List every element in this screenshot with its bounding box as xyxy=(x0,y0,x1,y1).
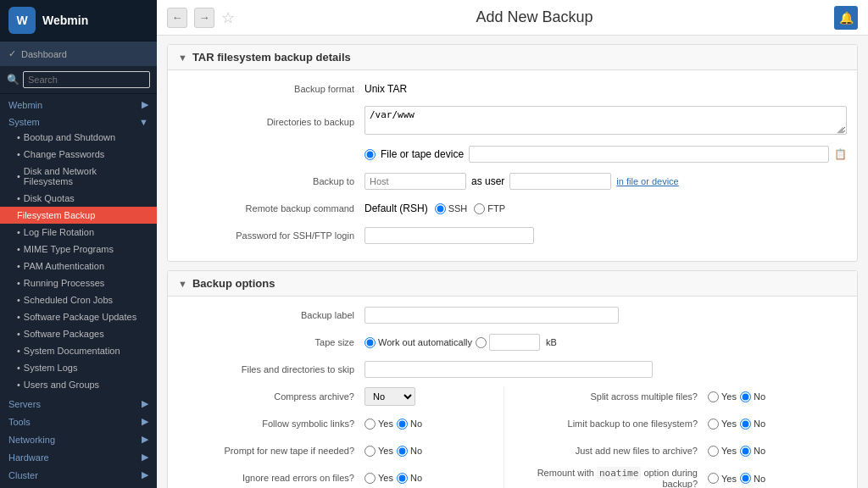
remount-yes-radio[interactable] xyxy=(708,473,719,484)
add-no-radio[interactable] xyxy=(740,446,751,457)
sidebar-item-mime-type[interactable]: •MIME Type Programs xyxy=(0,241,157,258)
sidebar-item-pam-auth[interactable]: •PAM Authentication xyxy=(0,258,157,274)
split-no-text: No xyxy=(754,391,765,402)
tape-size-input[interactable] xyxy=(489,334,540,351)
ignore-yes-label: Yes xyxy=(364,473,393,484)
sidebar-item-change-passwords[interactable]: •Change Passwords xyxy=(0,146,157,163)
sidebar-item-system-docs[interactable]: •System Documentation xyxy=(0,342,157,359)
sidebar-item-log-file-rotation[interactable]: •Log File Rotation xyxy=(0,224,157,241)
split-yes-label: Yes xyxy=(708,391,737,402)
in-file-device-link[interactable]: in file or device xyxy=(616,176,678,186)
backup-label-row: Backup label xyxy=(178,305,847,325)
follow-yes-radio[interactable] xyxy=(364,419,376,430)
split-yes-radio[interactable] xyxy=(708,391,719,402)
backup-to-host-input[interactable] xyxy=(364,173,466,190)
directories-backup-label: Directories to backup xyxy=(178,117,364,127)
back-button[interactable]: ← xyxy=(167,8,187,28)
follow-no-label: No xyxy=(397,419,422,430)
chevron-down-icon: ▼ xyxy=(139,117,148,127)
remount-noatime-lbl: Remount with noatime option during backu… xyxy=(521,468,708,488)
split-files-row: Split across multiple files? Yes No xyxy=(521,386,847,407)
files-skip-input[interactable] xyxy=(364,361,653,378)
follow-no-radio[interactable] xyxy=(397,419,408,430)
add-new-files-lbl: Just add new files to archive? xyxy=(521,446,708,456)
backup-label-input[interactable] xyxy=(364,307,619,324)
bullet-icon: • xyxy=(17,312,20,322)
sidebar-item-system-logs[interactable]: •System Logs xyxy=(0,359,157,376)
sidebar-item-software-packages[interactable]: •Software Packages xyxy=(0,325,157,342)
sidebar-item-cron-jobs-label: Scheduled Cron Jobs xyxy=(24,295,113,305)
sidebar-item-disk-network[interactable]: •Disk and Network Filesystems xyxy=(0,163,157,190)
bullet-icon: • xyxy=(17,132,20,142)
tar-section-body: Backup format Unix TAR Directories to ba… xyxy=(168,70,857,261)
tar-section-header[interactable]: ▼ TAR filesystem backup details xyxy=(168,45,857,70)
forward-button[interactable]: → xyxy=(194,8,214,28)
directories-textarea[interactable]: /var/www xyxy=(364,106,847,135)
ignore-yes-radio[interactable] xyxy=(364,473,376,484)
ignore-no-radio[interactable] xyxy=(397,473,408,484)
limit-no-label: No xyxy=(740,419,765,430)
password-input[interactable] xyxy=(364,227,534,244)
notification-bell-button[interactable]: 🔔 xyxy=(834,6,858,30)
sidebar-section-hardware[interactable]: Hardware ▶ xyxy=(0,446,157,464)
ignore-no-label: No xyxy=(397,473,422,484)
sidebar-item-software-packages-label: Software Packages xyxy=(24,329,104,339)
remote-cmd-row: Default (RSH) SSH FTP xyxy=(364,202,505,214)
sidebar-item-running-processes[interactable]: •Running Processes xyxy=(0,274,157,291)
tape-size-auto-radio[interactable] xyxy=(364,337,376,348)
backup-label-lbl: Backup label xyxy=(178,310,364,320)
sidebar-item-cron-jobs[interactable]: •Scheduled Cron Jobs xyxy=(0,291,157,308)
sidebar-section-webmin[interactable]: Webmin ▶ xyxy=(0,94,157,112)
sidebar-item-change-passwords-label: Change Passwords xyxy=(24,149,104,159)
sidebar-header: W Webmin xyxy=(0,0,157,42)
prompt-tape-control: Yes No xyxy=(364,446,504,457)
ftp-radio[interactable] xyxy=(474,203,485,214)
password-row: Password for SSH/FTP login xyxy=(178,225,847,246)
prompt-yes-radio[interactable] xyxy=(364,446,376,457)
search-input[interactable] xyxy=(23,71,150,88)
sidebar-item-bootup[interactable]: •Bootup and Shutdown xyxy=(0,129,157,146)
bullet-icon: • xyxy=(17,227,20,237)
file-tape-input[interactable] xyxy=(469,146,829,163)
kb-label: kB xyxy=(546,337,557,347)
ssh-radio-label: SSH xyxy=(435,203,468,214)
sidebar-section-servers-label: Servers xyxy=(8,399,41,409)
backup-to-user-input[interactable] xyxy=(509,173,611,190)
follow-symlinks-control: Yes No xyxy=(364,419,504,430)
limit-yes-radio[interactable] xyxy=(708,419,719,430)
ssh-radio[interactable] xyxy=(435,203,446,214)
follow-no-text: No xyxy=(410,419,422,429)
sidebar-section-system[interactable]: System ▼ xyxy=(0,112,157,129)
add-yes-radio[interactable] xyxy=(708,446,719,457)
compress-select[interactable]: No Gzip Bzip2 xyxy=(364,387,415,406)
ignore-no-text: No xyxy=(410,473,422,483)
sidebar-section-tools[interactable]: Tools ▶ xyxy=(0,411,157,429)
limit-no-radio[interactable] xyxy=(740,419,751,430)
backup-options-header[interactable]: ▼ Backup options xyxy=(168,271,857,297)
remount-no-radio[interactable] xyxy=(740,473,751,484)
tape-size-manual-radio[interactable] xyxy=(476,337,487,348)
sidebar-item-users-groups[interactable]: •Users and Groups xyxy=(0,376,157,393)
compress-row: Compress archive? No Gzip Bzip2 xyxy=(178,386,504,407)
sidebar-item-disk-quotas[interactable]: •Disk Quotas xyxy=(0,190,157,207)
follow-yes-label: Yes xyxy=(364,419,393,430)
file-tape-radio[interactable] xyxy=(364,149,376,160)
sidebar-section-cluster[interactable]: Cluster ▶ xyxy=(0,464,157,482)
sidebar-item-software-updates[interactable]: •Software Package Updates xyxy=(0,308,157,325)
limit-fs-row: Limit backup to one filesystem? Yes No xyxy=(521,413,847,434)
sidebar-section-unused-modules[interactable]: Un-used Modules ▶ xyxy=(0,482,157,488)
copy-icon[interactable]: 📋 xyxy=(834,148,847,160)
sidebar-section-servers[interactable]: Servers ▶ xyxy=(0,393,157,411)
sidebar-item-filesystem-backup[interactable]: Filesystem Backup xyxy=(0,207,157,224)
split-no-radio[interactable] xyxy=(740,391,751,402)
remote-backup-control: Default (RSH) SSH FTP xyxy=(364,202,847,214)
dashboard-tab[interactable]: ✓ Dashboard xyxy=(0,42,157,66)
star-icon[interactable]: ☆ xyxy=(221,8,235,27)
prompt-yes-label: Yes xyxy=(364,446,393,457)
sidebar-item-system-logs-label: System Logs xyxy=(24,363,78,373)
limit-fs-control: Yes No xyxy=(708,419,847,430)
bullet-icon: • xyxy=(17,261,20,271)
system-items-list: •Bootup and Shutdown •Change Passwords •… xyxy=(0,129,157,393)
sidebar-section-networking[interactable]: Networking ▶ xyxy=(0,429,157,446)
prompt-no-radio[interactable] xyxy=(397,446,408,457)
